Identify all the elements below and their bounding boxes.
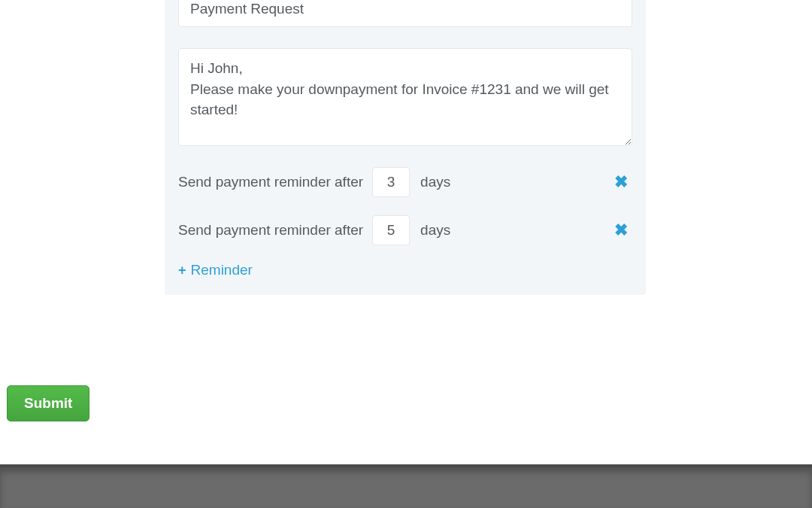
close-icon: ✖	[614, 221, 628, 239]
remove-reminder-button[interactable]: ✖	[610, 171, 632, 193]
reminder-days-input[interactable]	[372, 167, 410, 197]
reminder-label-before: Send payment reminder after	[178, 174, 363, 190]
reminder-row: Send payment reminder after days ✖	[178, 215, 632, 245]
reminder-label-after: days	[420, 222, 450, 239]
reminder-row: Send payment reminder after days ✖	[178, 167, 632, 197]
add-reminder-button[interactable]: + Reminder	[178, 262, 253, 278]
subject-input[interactable]	[178, 0, 632, 27]
remove-reminder-button[interactable]: ✖	[610, 219, 632, 242]
payment-form-panel: Hi John, Please make your downpayment fo…	[165, 0, 646, 295]
plus-icon: +	[178, 263, 186, 278]
close-icon: ✖	[614, 172, 628, 191]
reminder-label-after: days	[420, 174, 450, 190]
message-textarea[interactable]: Hi John, Please make your downpayment fo…	[178, 48, 632, 146]
reminder-label-before: Send payment reminder after	[178, 222, 363, 239]
reminder-days-input[interactable]	[372, 215, 410, 245]
add-reminder-label: Reminder	[191, 262, 253, 278]
submit-button[interactable]: Submit	[7, 385, 89, 421]
footer-bar	[0, 464, 812, 508]
